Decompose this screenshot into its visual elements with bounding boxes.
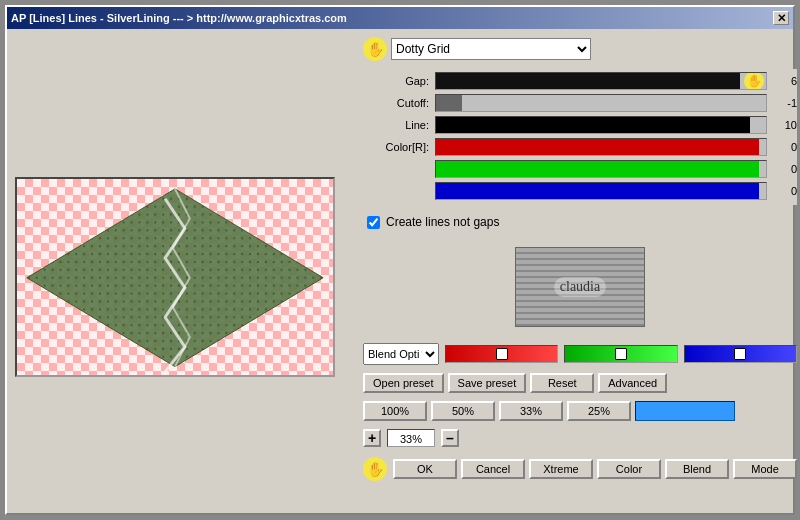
- window-title: AP [Lines] Lines - SilverLining --- > ht…: [11, 12, 347, 24]
- colorr-label: Color[R]:: [363, 141, 435, 153]
- gap-handle-icon: ✋: [744, 72, 764, 90]
- preset-dropdown[interactable]: Dotty Grid Default Lines Wave: [391, 38, 591, 60]
- colorr-track[interactable]: [435, 138, 767, 156]
- cutoff-fill: [436, 95, 462, 111]
- mode-button[interactable]: Mode: [733, 459, 797, 479]
- line-value: 10: [767, 119, 797, 131]
- green-handle[interactable]: [615, 348, 627, 360]
- reset-button[interactable]: Reset: [530, 373, 594, 393]
- line-label: Line:: [363, 119, 435, 131]
- colorg-fill: [436, 161, 759, 177]
- open-preset-button[interactable]: Open preset: [363, 373, 444, 393]
- colorb-slider-row: 0: [363, 181, 797, 201]
- ok-button[interactable]: OK: [393, 459, 457, 479]
- main-buttons-row: Open preset Save preset Reset Advanced: [363, 373, 797, 393]
- logo-text: claudia: [554, 277, 606, 297]
- colorg-value: 0: [767, 163, 797, 175]
- logo-preview: claudia: [515, 247, 645, 327]
- bottom-buttons-row: ✋ OK Cancel Xtreme Color Blend Mode: [363, 457, 797, 481]
- create-lines-checkbox[interactable]: [367, 216, 380, 229]
- colorg-track[interactable]: [435, 160, 767, 178]
- 33-percent-button[interactable]: 33%: [499, 401, 563, 421]
- color-button[interactable]: Color: [597, 459, 661, 479]
- zoom-value: 33%: [387, 429, 435, 447]
- blue-indicator-bar: [635, 401, 735, 421]
- sliders-area: Gap: ✋ 6 Cutoff: -1 Line: [363, 69, 797, 205]
- preview-area: [15, 37, 355, 505]
- red-blend-slider[interactable]: [445, 345, 558, 363]
- advanced-button[interactable]: Advanced: [598, 373, 667, 393]
- save-preset-button[interactable]: Save preset: [448, 373, 527, 393]
- colorb-value: 0: [767, 185, 797, 197]
- 50-percent-button[interactable]: 50%: [431, 401, 495, 421]
- blue-blend-slider[interactable]: [684, 345, 797, 363]
- 100-percent-button[interactable]: 100%: [363, 401, 427, 421]
- red-handle[interactable]: [496, 348, 508, 360]
- blend-select[interactable]: Blend Opti▼: [363, 343, 439, 365]
- colorb-track[interactable]: [435, 182, 767, 200]
- gap-value: 6: [767, 75, 797, 87]
- blend-row: Blend Opti▼: [363, 343, 797, 365]
- preview-svg: [17, 179, 333, 377]
- ok-icon: ✋: [363, 457, 387, 481]
- zoom-out-button[interactable]: –: [441, 429, 459, 447]
- line-slider-row: Line: 10: [363, 115, 797, 135]
- 25-percent-button[interactable]: 25%: [567, 401, 631, 421]
- preview-canvas: [15, 177, 335, 377]
- line-track[interactable]: [435, 116, 767, 134]
- cancel-button[interactable]: Cancel: [461, 459, 525, 479]
- blend-button[interactable]: Blend: [665, 459, 729, 479]
- colorb-fill: [436, 183, 759, 199]
- colorr-value: 0: [767, 141, 797, 153]
- line-fill: [436, 117, 750, 133]
- cutoff-value: -1: [767, 97, 797, 109]
- close-button[interactable]: ✕: [773, 11, 789, 25]
- colorr-fill: [436, 139, 759, 155]
- cutoff-slider-row: Cutoff: -1: [363, 93, 797, 113]
- zoom-row: + 33% –: [363, 429, 797, 447]
- cutoff-label: Cutoff:: [363, 97, 435, 109]
- preset-row: ✋ Dotty Grid Default Lines Wave: [363, 37, 797, 61]
- checkbox-row: Create lines not gaps: [363, 215, 797, 229]
- colorg-slider-row: 0: [363, 159, 797, 179]
- gap-fill: [436, 73, 740, 89]
- preset-icon: ✋: [363, 37, 387, 61]
- colorr-slider-row: Color[R]: 0: [363, 137, 797, 157]
- cutoff-track[interactable]: [435, 94, 767, 112]
- percent-row: 100% 50% 33% 25%: [363, 401, 797, 421]
- create-lines-label: Create lines not gaps: [386, 215, 499, 229]
- green-blend-slider[interactable]: [564, 345, 677, 363]
- gap-label: Gap:: [363, 75, 435, 87]
- xtreme-button[interactable]: Xtreme: [529, 459, 593, 479]
- gap-slider-row: Gap: ✋ 6: [363, 71, 797, 91]
- right-panel: ✋ Dotty Grid Default Lines Wave Gap: ✋: [363, 37, 797, 505]
- blue-handle[interactable]: [734, 348, 746, 360]
- title-bar: AP [Lines] Lines - SilverLining --- > ht…: [7, 7, 793, 29]
- gap-track[interactable]: ✋: [435, 72, 767, 90]
- zoom-in-button[interactable]: +: [363, 429, 381, 447]
- main-window: AP [Lines] Lines - SilverLining --- > ht…: [5, 5, 795, 515]
